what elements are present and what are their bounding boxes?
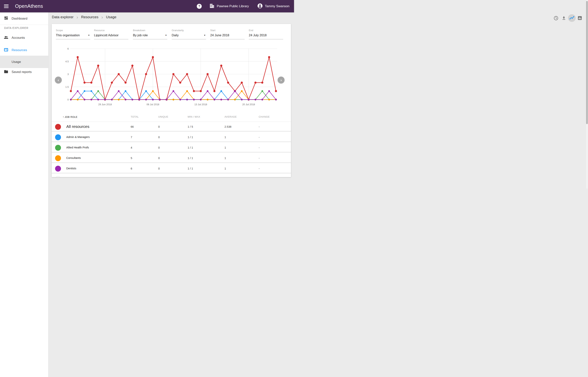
resource-input[interactable]: Resource Lippincott Advisor xyxy=(94,29,128,39)
sidebar-divider xyxy=(0,25,48,25)
granularity-select[interactable]: Granularity Daily ▼ xyxy=(172,29,206,39)
user-avatar-icon[interactable] xyxy=(257,3,263,9)
column-header-change[interactable]: CHANGE xyxy=(259,115,270,118)
series-color-dot xyxy=(55,124,61,130)
series-color-dot xyxy=(55,166,61,172)
caret-down-icon: ▼ xyxy=(88,34,90,36)
sort-ascending-icon: ↑ xyxy=(63,115,64,118)
table-row-admin-managers[interactable]: Admin & Managers 7 0 1 / 1 1 - xyxy=(52,132,291,142)
svg-text:13 Jul 2018: 13 Jul 2018 xyxy=(194,103,207,106)
table-header: ↑JOB ROLE TOTAL UNIQUE MIN / MAX AVERAGE… xyxy=(52,112,291,122)
series-color-dot xyxy=(55,145,61,151)
main-content: Data explorer › Resources › Usage xyxy=(48,12,294,188)
breadcrumb-usage[interactable]: Usage xyxy=(106,15,116,19)
series-color-dot xyxy=(55,176,61,177)
series-color-dot xyxy=(55,134,61,140)
column-header-unique[interactable]: UNIQUE xyxy=(158,115,168,118)
start-date-input[interactable]: Start 24 June 2018 xyxy=(210,29,245,39)
chevron-right-icon: › xyxy=(280,78,282,82)
organisation-building-icon[interactable] xyxy=(209,3,214,9)
svg-text:6: 6 xyxy=(68,47,69,50)
table-row-allied-health-profs[interactable]: Allied Health Profs 4 0 1 / 1 1 - xyxy=(52,143,291,153)
column-header-min-max[interactable]: MIN / MAX xyxy=(188,115,200,118)
breadcrumb-resources[interactable]: Resources xyxy=(81,15,98,19)
column-header-job-role[interactable]: ↑JOB ROLE xyxy=(63,115,78,118)
caret-down-icon: ▼ xyxy=(204,34,206,36)
help-icon[interactable]: ? xyxy=(197,4,202,9)
scope-select[interactable]: Scope This organisation ▼ xyxy=(56,29,90,39)
sidebar-item-accounts[interactable]: Accounts xyxy=(0,32,48,44)
svg-text:0: 0 xyxy=(68,98,69,101)
svg-text:4.5: 4.5 xyxy=(65,60,69,63)
svg-text:1.5: 1.5 xyxy=(65,85,69,88)
end-date-input[interactable]: End 24 July 2018 xyxy=(249,29,283,39)
sidebar-nav: Dashboard DATA EXPLORER Accounts Resourc… xyxy=(0,12,48,188)
table-row-drs[interactable]: Drs (SpR, SHO, PrHO) 8 0 1 / 1 1 - xyxy=(52,174,291,177)
chart-prev-button[interactable]: ‹ xyxy=(55,77,62,83)
accounts-people-icon xyxy=(4,35,8,41)
svg-text:3: 3 xyxy=(68,73,69,76)
usage-line-chart: 29 Jun 201806 Jul 201813 Jul 201820 Jul … xyxy=(63,46,281,109)
menu-icon[interactable] xyxy=(4,5,9,8)
organisation-name[interactable]: Pawnee Public Library xyxy=(217,4,249,8)
caret-down-icon: ▼ xyxy=(165,34,167,36)
table-row-dentists[interactable]: Dentists 6 0 1 / 1 1 - xyxy=(52,164,291,174)
table-row-all-resources[interactable]: All resources 66 0 1 / 5 2.538 - xyxy=(52,122,291,132)
sidebar-section-data-explorer: DATA EXPLORER xyxy=(4,26,28,29)
chevron-left-icon: ‹ xyxy=(58,78,59,82)
sidebar-item-dashboard[interactable]: Dashboard xyxy=(0,12,48,25)
svg-text:20 Jul 2018: 20 Jul 2018 xyxy=(242,103,255,106)
resources-icon xyxy=(4,47,8,53)
folder-icon xyxy=(4,69,8,75)
dashboard-icon xyxy=(4,16,8,21)
chart-next-button[interactable]: › xyxy=(278,77,285,83)
column-header-total[interactable]: TOTAL xyxy=(131,115,139,118)
breadcrumb-data-explorer[interactable]: Data explorer xyxy=(52,15,73,19)
sidebar-item-resources[interactable]: Resources xyxy=(0,44,48,56)
user-name[interactable]: Tammy Swanson xyxy=(265,4,289,8)
top-app-bar: OpenAthens ? Pawnee Public Library xyxy=(0,0,294,12)
sidebar-item-saved-reports[interactable]: Saved reports xyxy=(0,66,48,78)
column-header-average[interactable]: AVERAGE xyxy=(224,115,237,118)
breadcrumb-separator-icon: › xyxy=(77,15,78,19)
breadcrumb-separator-icon: › xyxy=(101,15,103,19)
svg-text:06 Jul 2018: 06 Jul 2018 xyxy=(146,103,159,106)
breadcrumb: Data explorer › Resources › Usage xyxy=(52,15,116,19)
svg-text:29 Jun 2018: 29 Jun 2018 xyxy=(98,103,112,106)
breakdown-select[interactable]: Breakdown By job role ▼ xyxy=(133,29,167,39)
series-color-dot xyxy=(55,155,61,161)
openathens-logo: OpenAthens xyxy=(15,3,43,9)
table-row-consultants[interactable]: Consultants 5 0 1 / 1 1 - xyxy=(52,153,291,163)
usage-report-card: Scope This organisation ▼ Resource Lippi… xyxy=(52,24,291,177)
